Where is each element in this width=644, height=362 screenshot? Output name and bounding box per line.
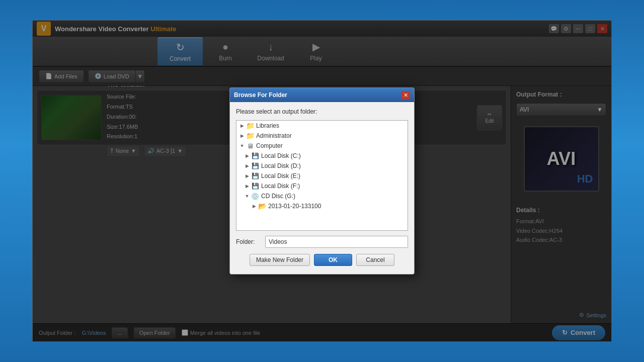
tree-item-cd-g[interactable]: 💿 CD Disc (G:) xyxy=(236,191,408,201)
dialog-title: Browse For Folder xyxy=(234,92,287,99)
file-tree[interactable]: 📁 Libraries 📁 Administrator 🖥 Computer xyxy=(236,120,408,231)
computer-label: Computer xyxy=(256,142,283,149)
computer-icon: 🖥 xyxy=(246,142,255,150)
libraries-label: Libraries xyxy=(256,122,279,129)
browse-dialog: Browse For Folder ✕ Please select an out… xyxy=(229,87,415,275)
tree-item-libraries[interactable]: 📁 Libraries xyxy=(236,121,408,131)
tree-item-computer[interactable]: 🖥 Computer xyxy=(236,141,408,151)
dialog-instruction: Please select an output folder: xyxy=(236,108,408,115)
tree-item-administrator[interactable]: 📁 Administrator xyxy=(236,131,408,141)
disk-f-icon: 💾 xyxy=(251,182,260,190)
tree-item-disk-f[interactable]: 💾 Local Disk (F:) xyxy=(236,181,408,191)
dialog-titlebar: Browse For Folder ✕ xyxy=(230,88,414,102)
folder-2013-icon: 📂 xyxy=(258,202,267,210)
tree-item-2013[interactable]: 📂 2013-01-20-133100 xyxy=(236,201,408,211)
disk-f-label: Local Disk (F:) xyxy=(261,183,300,190)
expand-2013[interactable] xyxy=(251,203,258,210)
dialog-overlay: Browse For Folder ✕ Please select an out… xyxy=(33,21,611,341)
folder-2013-label: 2013-01-20-133100 xyxy=(268,203,321,210)
folder-row: Folder: xyxy=(236,236,408,248)
administrator-label: Administrator xyxy=(256,132,292,139)
disk-e-label: Local Disk (E:) xyxy=(261,172,300,179)
disk-e-icon: 💾 xyxy=(251,172,260,180)
dialog-close-button[interactable]: ✕ xyxy=(401,91,410,99)
tree-item-disk-d[interactable]: 💾 Local Disk (D:) xyxy=(236,161,408,171)
expand-disk-d[interactable] xyxy=(244,162,251,169)
disk-c-label: Local Disk (C:) xyxy=(261,152,301,159)
folder-input[interactable] xyxy=(265,236,408,248)
expand-disk-e[interactable] xyxy=(244,172,251,179)
tree-item-disk-c[interactable]: 💾 Local Disk (C:) xyxy=(236,151,408,161)
make-new-folder-button[interactable]: Make New Folder xyxy=(250,254,310,266)
expand-disk-f[interactable] xyxy=(244,183,251,190)
folder-row-label: Folder: xyxy=(236,238,261,245)
expand-computer[interactable] xyxy=(238,142,246,149)
disk-c-icon: 💾 xyxy=(251,152,260,160)
cancel-button[interactable]: Cancel xyxy=(356,254,394,266)
cd-g-icon: 💿 xyxy=(251,192,260,200)
dialog-buttons: Make New Folder OK Cancel xyxy=(236,254,408,268)
dialog-content: Please select an output folder: 📁 Librar… xyxy=(230,102,414,274)
expand-cd-g[interactable] xyxy=(244,193,251,200)
disk-d-label: Local Disk (D:) xyxy=(261,162,301,169)
cd-g-label: CD Disc (G:) xyxy=(261,193,295,200)
ok-button[interactable]: OK xyxy=(314,254,352,266)
expand-libraries[interactable] xyxy=(238,122,246,129)
tree-item-disk-e[interactable]: 💾 Local Disk (E:) xyxy=(236,171,408,181)
main-window: V Wondershare Video Converter Ultimate 💬… xyxy=(32,20,612,342)
disk-d-icon: 💾 xyxy=(251,162,260,170)
libraries-folder-icon: 📁 xyxy=(246,122,255,130)
expand-administrator[interactable] xyxy=(238,132,246,139)
admin-folder-icon: 📁 xyxy=(246,132,255,140)
expand-disk-c[interactable] xyxy=(244,152,251,159)
